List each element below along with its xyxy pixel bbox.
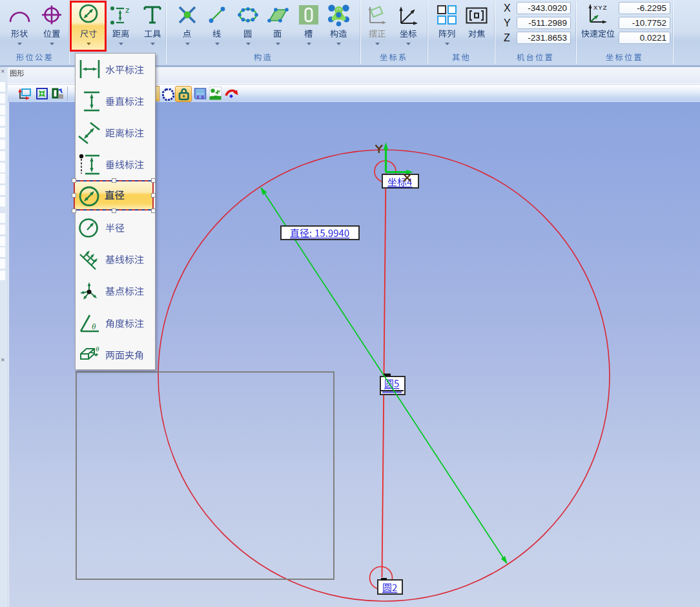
- svg-text:z: z: [125, 5, 130, 15]
- svg-text:XYZ: XYZ: [593, 4, 607, 11]
- svg-text:θ: θ: [96, 345, 99, 353]
- svg-text:θ: θ: [92, 322, 96, 331]
